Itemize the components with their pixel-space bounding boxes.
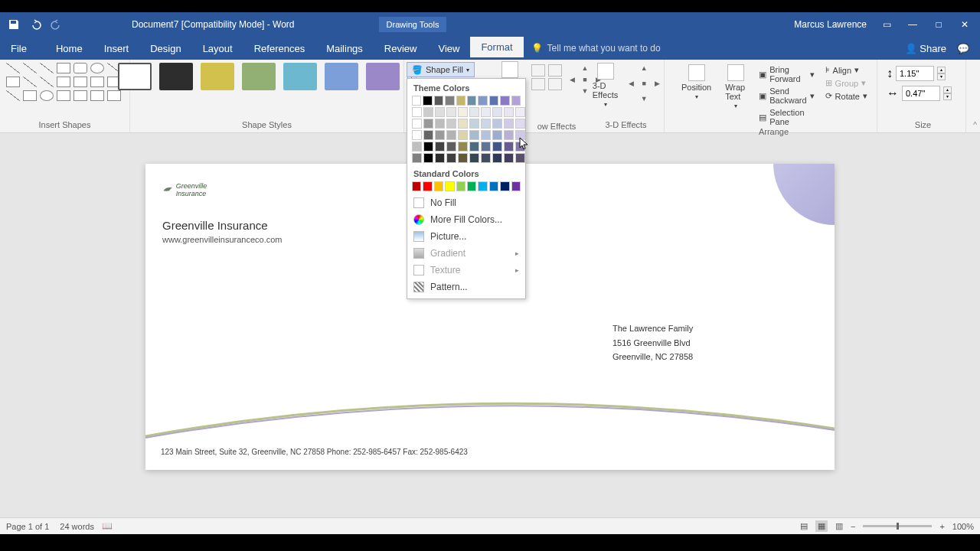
style-swatch[interactable]: [242, 63, 276, 90]
color-swatch[interactable]: [500, 181, 509, 191]
zoom-slider[interactable]: [863, 525, 932, 527]
color-swatch[interactable]: [423, 119, 433, 129]
color-swatch[interactable]: [446, 107, 456, 117]
color-swatch[interactable]: [469, 142, 479, 152]
undo-icon[interactable]: [29, 18, 41, 31]
color-swatch[interactable]: [515, 107, 525, 117]
color-swatch[interactable]: [478, 96, 487, 106]
shadow-gallery[interactable]: [531, 64, 564, 90]
color-swatch[interactable]: [492, 142, 502, 152]
send-backward-button[interactable]: ▣ Send Backward ▾: [756, 86, 817, 106]
color-swatch[interactable]: [500, 96, 509, 106]
color-swatch[interactable]: [412, 107, 422, 117]
standard-color-row[interactable]: [407, 181, 525, 191]
color-swatch[interactable]: [456, 96, 466, 106]
ribbon-options-icon[interactable]: ▭: [880, 19, 893, 30]
color-swatch[interactable]: [435, 119, 445, 129]
color-swatch[interactable]: [469, 153, 479, 163]
style-swatch[interactable]: [283, 63, 317, 90]
3d-effects-button[interactable]: 3-D Effects ▾: [588, 61, 622, 109]
color-swatch[interactable]: [423, 181, 432, 191]
minimize-icon[interactable]: —: [906, 19, 919, 30]
theme-shades-grid[interactable]: [407, 106, 525, 165]
color-swatch[interactable]: [489, 96, 498, 106]
align-button[interactable]: ⊧ Align ▾: [822, 64, 871, 76]
color-swatch[interactable]: [481, 130, 491, 140]
share-button[interactable]: 👤 Share: [905, 43, 946, 54]
color-swatch[interactable]: [434, 181, 443, 191]
color-swatch[interactable]: [446, 119, 456, 129]
word-count[interactable]: 24 words: [60, 522, 94, 531]
color-swatch[interactable]: [504, 119, 514, 129]
redo-icon[interactable]: [51, 18, 63, 31]
more-fill-colors-item[interactable]: More Fill Colors...: [407, 211, 525, 228]
style-swatch[interactable]: [325, 63, 358, 90]
color-swatch[interactable]: [469, 130, 479, 140]
color-swatch[interactable]: [469, 119, 479, 129]
color-swatch[interactable]: [412, 181, 421, 191]
style-swatch[interactable]: [366, 63, 400, 90]
color-swatch[interactable]: [492, 119, 502, 129]
wrap-text-button[interactable]: Wrap Text▾: [720, 63, 751, 127]
color-swatch[interactable]: [456, 181, 466, 191]
color-swatch[interactable]: [412, 96, 421, 106]
user-name[interactable]: Marcus Lawrence: [794, 19, 867, 30]
color-swatch[interactable]: [435, 153, 445, 163]
color-swatch[interactable]: [504, 107, 514, 117]
tab-format[interactable]: Format: [470, 37, 523, 60]
maximize-icon[interactable]: □: [933, 19, 945, 30]
color-swatch[interactable]: [435, 130, 445, 140]
color-swatch[interactable]: [412, 119, 422, 129]
tab-view[interactable]: View: [427, 37, 470, 60]
color-swatch[interactable]: [481, 153, 491, 163]
close-icon[interactable]: ✕: [959, 19, 971, 30]
color-swatch[interactable]: [469, 107, 479, 117]
style-outline[interactable]: [118, 63, 152, 90]
color-swatch[interactable]: [492, 130, 502, 140]
color-swatch[interactable]: [445, 181, 454, 191]
proofing-icon[interactable]: 📖: [102, 521, 113, 531]
print-layout-icon[interactable]: ▦: [815, 520, 828, 532]
zoom-level[interactable]: 100%: [952, 522, 974, 531]
color-swatch[interactable]: [423, 107, 433, 117]
color-swatch[interactable]: [458, 142, 468, 152]
color-swatch[interactable]: [458, 119, 468, 129]
color-swatch[interactable]: [445, 96, 454, 106]
tab-file[interactable]: File: [0, 37, 38, 60]
color-swatch[interactable]: [412, 142, 422, 152]
tab-references[interactable]: References: [243, 37, 315, 60]
shapes-gallery[interactable]: [6, 63, 123, 103]
page-indicator[interactable]: Page 1 of 1: [6, 522, 49, 531]
tab-home[interactable]: Home: [45, 37, 93, 60]
color-swatch[interactable]: [467, 181, 476, 191]
color-swatch[interactable]: [504, 153, 514, 163]
color-swatch[interactable]: [504, 142, 514, 152]
comments-icon[interactable]: 💬: [957, 43, 969, 54]
color-swatch[interactable]: [515, 153, 525, 163]
tab-mailings[interactable]: Mailings: [315, 37, 374, 60]
color-swatch[interactable]: [458, 107, 468, 117]
collapse-ribbon-icon[interactable]: ^: [973, 121, 977, 129]
color-swatch[interactable]: [435, 142, 445, 152]
color-swatch[interactable]: [467, 96, 476, 106]
tab-layout[interactable]: Layout: [192, 37, 243, 60]
zoom-in-button[interactable]: +: [939, 522, 944, 531]
color-swatch[interactable]: [435, 107, 445, 117]
height-input[interactable]: ↕1.15"▴▾: [887, 66, 959, 81]
picture-fill-item[interactable]: Picture...: [407, 228, 525, 245]
read-mode-icon[interactable]: ▤: [800, 521, 808, 531]
color-swatch[interactable]: [412, 153, 422, 163]
color-swatch[interactable]: [458, 153, 468, 163]
color-swatch[interactable]: [423, 130, 433, 140]
save-icon[interactable]: [8, 18, 20, 31]
color-swatch[interactable]: [478, 181, 487, 191]
color-swatch[interactable]: [489, 181, 498, 191]
color-swatch[interactable]: [504, 130, 514, 140]
color-swatch[interactable]: [434, 96, 443, 106]
tab-design[interactable]: Design: [139, 37, 191, 60]
width-input[interactable]: ↔0.47"▴▾: [887, 86, 959, 101]
color-swatch[interactable]: [481, 119, 491, 129]
color-swatch[interactable]: [515, 119, 525, 129]
position-button[interactable]: Position▾: [677, 63, 716, 127]
tell-me-search[interactable]: 💡 Tell me what you want to do: [531, 37, 661, 60]
